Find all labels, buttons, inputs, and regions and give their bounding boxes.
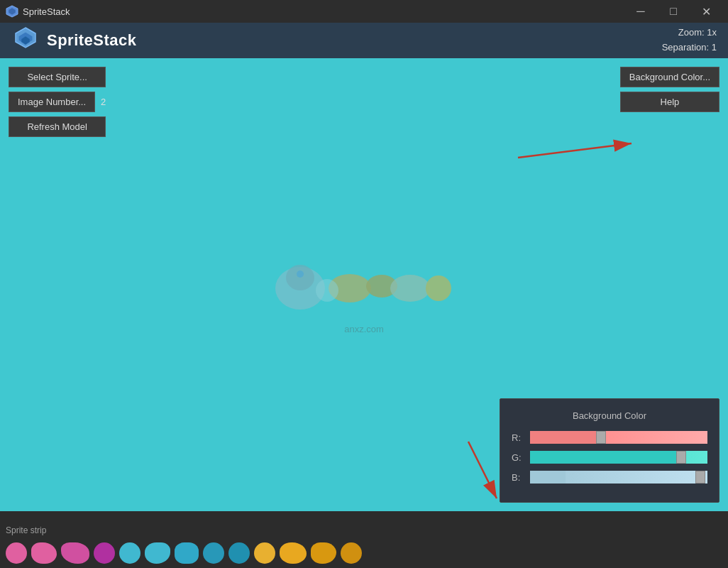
sprite-icon-3[interactable]	[61, 542, 89, 564]
sprite-strip-label: Sprite strip	[0, 523, 728, 538]
b-label: B:	[512, 472, 524, 483]
r-slider-wrapper	[530, 431, 707, 444]
sprite-icon-1[interactable]	[6, 542, 27, 564]
titlebar: SpriteStack ─ □ ✕	[0, 0, 728, 23]
g-label: G:	[512, 452, 524, 463]
r-slider-fill	[530, 431, 601, 444]
g-color-row: G:	[512, 451, 707, 464]
sprite-icon-4[interactable]	[94, 542, 115, 564]
r-color-row: R:	[512, 431, 707, 444]
background-color-button[interactable]: Background Color...	[620, 67, 719, 87]
image-number-value: 2	[101, 97, 106, 107]
titlebar-controls: ─ □ ✕	[624, 0, 722, 23]
maximize-button[interactable]: □	[657, 0, 690, 23]
sprite-preview-svg	[265, 249, 463, 320]
sprite-icon-13[interactable]	[341, 542, 362, 564]
svg-line-6	[518, 143, 632, 158]
svg-line-8	[468, 442, 497, 498]
bg-color-panel-title: Background Color	[512, 410, 707, 421]
r-slider-bg	[530, 431, 707, 444]
sprite-icon-2[interactable]	[31, 542, 57, 564]
zoom-label: Zoom: 1x	[662, 26, 717, 40]
main-canvas: Select Sprite... Image Number... 2 Refre…	[0, 58, 728, 511]
logo-text: SpriteStack	[47, 31, 137, 50]
g-slider-thumb[interactable]	[676, 451, 686, 464]
sprite-icon-11[interactable]	[280, 542, 307, 564]
sprite-preview: anxz.com	[265, 249, 463, 320]
watermark-text: anxz.com	[344, 324, 384, 334]
right-buttons: Background Color... Help	[620, 67, 719, 112]
header-info: Zoom: 1x Separation: 1	[662, 26, 717, 55]
titlebar-title: SpriteStack	[23, 6, 70, 17]
sprite-icon-5[interactable]	[119, 542, 140, 564]
g-slider-bg	[530, 451, 707, 464]
header: SpriteStack Zoom: 1x Separation: 1	[0, 23, 728, 58]
g-slider-fill	[530, 451, 681, 464]
sprite-icon-8[interactable]	[203, 542, 224, 564]
g-slider-wrapper	[530, 451, 707, 464]
b-slider-bg	[530, 471, 707, 484]
titlebar-left: SpriteStack	[6, 5, 70, 18]
arrow-to-bg-button	[390, 129, 646, 186]
logo-icon	[11, 26, 40, 55]
svg-point-14	[390, 275, 430, 302]
help-button[interactable]: Help	[620, 92, 719, 112]
b-color-row: B:	[512, 471, 707, 484]
sprite-icon-10[interactable]	[254, 542, 275, 564]
sprite-icon-12[interactable]	[311, 542, 336, 564]
b-slider-thumb[interactable]	[695, 471, 705, 484]
r-slider-thumb[interactable]	[596, 431, 606, 444]
toolbar: Select Sprite... Image Number... 2 Refre…	[9, 67, 106, 137]
bg-color-panel: Background Color R: G: B:	[500, 398, 719, 503]
b-slider-wrapper	[530, 471, 707, 484]
minimize-button[interactable]: ─	[624, 0, 657, 23]
svg-point-17	[316, 279, 338, 302]
bottom-bar: Sprite strip	[0, 511, 728, 568]
sprite-icon-6[interactable]	[145, 542, 170, 564]
app-icon	[6, 5, 18, 18]
image-number-row: Image Number... 2	[9, 92, 106, 112]
b-slider-fill	[530, 471, 566, 484]
image-number-button[interactable]: Image Number...	[9, 92, 95, 112]
sprite-icons-row	[0, 538, 728, 568]
close-button[interactable]: ✕	[690, 0, 722, 23]
refresh-model-button[interactable]: Refresh Model	[9, 116, 106, 137]
sprite-icon-9[interactable]	[228, 542, 250, 564]
svg-point-15	[426, 275, 451, 301]
sprite-icon-7[interactable]	[175, 542, 199, 564]
separation-label: Separation: 1	[662, 40, 717, 55]
select-sprite-button[interactable]: Select Sprite...	[9, 67, 106, 87]
svg-point-11	[297, 271, 304, 278]
r-label: R:	[512, 432, 524, 443]
logo-area: SpriteStack	[11, 26, 137, 55]
